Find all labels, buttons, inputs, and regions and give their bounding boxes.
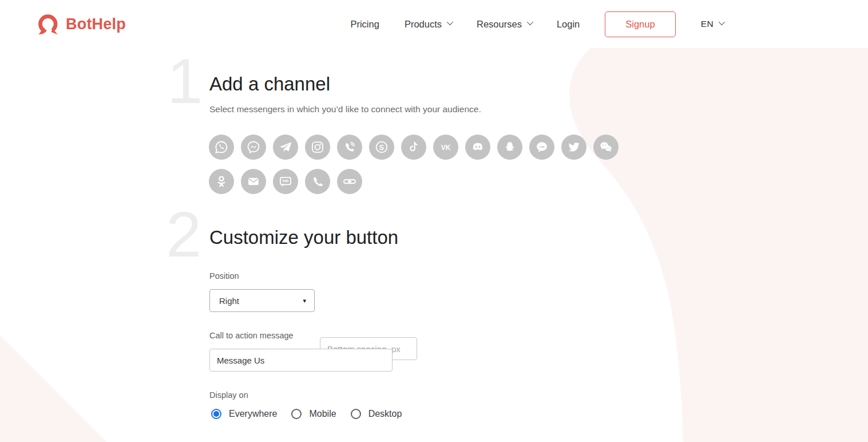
main-nav: Pricing Products Resourses Login Signup …: [350, 11, 723, 37]
instagram-icon[interactable]: [305, 135, 330, 160]
bothelp-logo[interactable]: BotHelp: [37, 12, 126, 36]
odnoklassniki-icon[interactable]: [209, 169, 234, 194]
viber-icon[interactable]: [337, 135, 362, 160]
chevron-down-icon: [719, 19, 725, 25]
radio-selected-icon[interactable]: [211, 409, 221, 419]
step2-title: Customize your button: [209, 227, 398, 248]
telegram-icon[interactable]: [273, 135, 298, 160]
nav-item-products[interactable]: Products: [405, 19, 451, 30]
radio-unselected-icon[interactable]: [351, 409, 361, 419]
email-icon[interactable]: [241, 169, 266, 194]
link-icon[interactable]: [337, 169, 362, 194]
display-on-option-desktop[interactable]: Desktop: [351, 409, 402, 419]
background-blob: [569, 48, 868, 442]
svg-text:SMS: SMS: [283, 179, 289, 183]
discord-icon[interactable]: [465, 135, 490, 160]
step1-title: Add a channel: [209, 73, 330, 95]
step1-number: 1: [167, 49, 203, 113]
step1-subtitle: Select messengers in which you’d like to…: [209, 104, 481, 115]
bothelp-logo-icon: [37, 12, 61, 36]
position-label: Position: [209, 271, 239, 281]
channel-icons-row-2: SMS: [209, 169, 362, 194]
wechat-icon[interactable]: [593, 135, 619, 160]
radio-option-label: Mobile: [309, 409, 336, 419]
svg-text:LINE: LINE: [539, 145, 545, 148]
radio-option-label: Everywhere: [229, 409, 277, 419]
cta-label: Call to action message: [209, 331, 294, 340]
channel-icons-row-1: SVKLINE: [209, 135, 619, 160]
svg-text:VK: VK: [441, 144, 451, 152]
chevron-down-icon: [527, 19, 533, 25]
svg-text:S: S: [379, 144, 384, 152]
cta-message-input[interactable]: [209, 349, 393, 372]
vk-icon[interactable]: VK: [433, 135, 458, 160]
snapchat-icon[interactable]: [497, 135, 522, 160]
skype-icon[interactable]: S: [369, 135, 394, 160]
background-triangle: [0, 336, 106, 442]
position-select-value: Right: [219, 296, 239, 306]
background-decoration: [0, 0, 868, 442]
nav-item-login[interactable]: Login: [557, 19, 580, 30]
display-on-option-mobile[interactable]: Mobile: [291, 409, 336, 419]
display-on-option-everywhere[interactable]: Everywhere: [211, 409, 277, 419]
nav-item-resourses[interactable]: Resourses: [477, 19, 532, 30]
position-select[interactable]: Right ▾: [209, 289, 315, 312]
sms-icon[interactable]: SMS: [273, 169, 298, 194]
header: BotHelp Pricing Products Resourses Login…: [0, 0, 868, 48]
radio-unselected-icon[interactable]: [291, 409, 302, 419]
radio-option-label: Desktop: [368, 409, 402, 419]
nav-item-pricing[interactable]: Pricing: [350, 19, 379, 30]
step2-number: 2: [166, 203, 201, 267]
messenger-icon[interactable]: [241, 135, 266, 160]
line-icon[interactable]: LINE: [529, 135, 554, 160]
phone-icon[interactable]: [305, 169, 330, 194]
signup-button[interactable]: Signup: [605, 11, 675, 37]
chevron-down-icon: [447, 19, 453, 25]
display-on-radio-group: EverywhereMobileDesktop: [211, 409, 402, 419]
whatsapp-icon[interactable]: [209, 135, 234, 160]
tiktok-icon[interactable]: [401, 135, 426, 160]
display-on-label: Display on: [209, 390, 248, 400]
language-selector[interactable]: EN: [701, 19, 723, 29]
twitter-icon[interactable]: [561, 135, 586, 160]
select-arrow-icon: ▾: [303, 297, 306, 305]
brand-name: BotHelp: [66, 15, 126, 33]
bottom-spacing-field: px: [320, 337, 868, 360]
